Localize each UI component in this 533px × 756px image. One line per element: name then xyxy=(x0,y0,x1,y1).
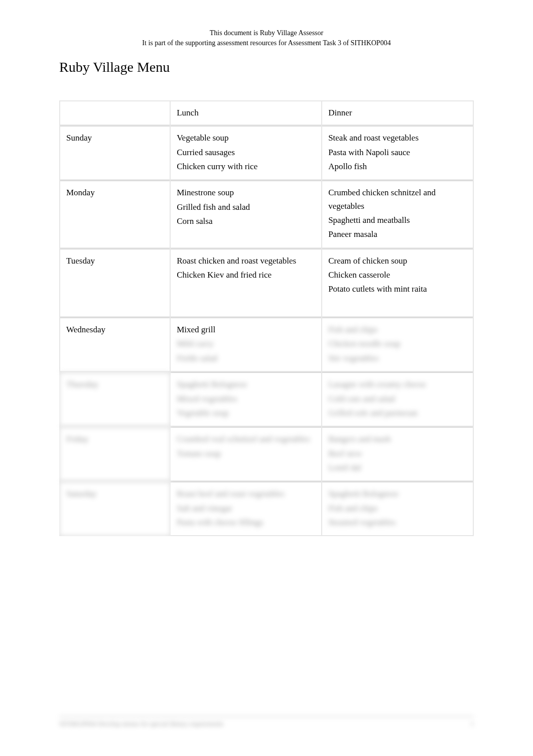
meal-item: Cream of chicken soup xyxy=(328,255,467,268)
lunch-cell: Crumbed veal schnitzel and vegetablesTom… xyxy=(171,427,321,480)
meal-item: Chicken casserole xyxy=(328,269,467,282)
meal-item: Mild curry xyxy=(177,337,315,350)
meal-item: Chicken Kiev and fried rice xyxy=(177,269,315,282)
day-cell: Sunday xyxy=(60,125,170,179)
meal-item: Crumbed veal schnitzel and vegetables xyxy=(177,433,315,446)
table-row: MondayMinestrone soupGrilled fish and sa… xyxy=(60,180,473,247)
meal-item: Lentil dal xyxy=(328,461,467,474)
lunch-cell: Roast beef and roast vegetablesSalt and … xyxy=(171,481,321,535)
day-cell: Saturday xyxy=(60,481,170,535)
meal-item: Mixed grill xyxy=(177,323,315,336)
meal-item: Grilled fish and salad xyxy=(177,201,315,214)
dinner-cell: Lasagne with creamy cheeseCold cuts and … xyxy=(322,372,473,426)
meal-item: Pasta with Napoli sauce xyxy=(328,146,467,159)
document-header: This document is Ruby Village Assessor I… xyxy=(0,28,533,48)
meal-item: Beef stew xyxy=(328,447,467,460)
dinner-cell: Bangers and mashBeef stewLentil dal xyxy=(322,427,473,480)
table-row: SaturdayRoast beef and roast vegetablesS… xyxy=(60,481,473,535)
meal-item: Pasta with cheese fillings xyxy=(177,516,315,529)
meal-item: Paneer masala xyxy=(328,228,467,241)
meal-item: Apollo fish xyxy=(328,160,467,173)
meal-item: Vegetable soup xyxy=(177,132,315,145)
meal-item xyxy=(328,297,467,310)
meal-item: Stir vegetables xyxy=(328,352,467,365)
day-cell: Friday xyxy=(60,427,170,480)
lunch-cell: Roast chicken and roast vegetablesChicke… xyxy=(171,248,321,316)
dinner-cell: Spaghetti BologneseFish and chipsSteamed… xyxy=(322,481,473,535)
meal-item: Spaghetti Bolognese xyxy=(177,378,315,391)
table-row: TuesdayRoast chicken and roast vegetable… xyxy=(60,248,473,316)
menu-table: Lunch Dinner SundayVegetable soupCurried… xyxy=(59,100,474,536)
footer: SITHKOP004 Develop menus for special die… xyxy=(59,716,474,728)
lunch-cell: Mixed grillMild curryFields salad xyxy=(171,317,321,371)
header-dinner: Dinner xyxy=(322,101,473,124)
meal-item: Cold cuts and salad xyxy=(328,393,467,406)
footer-right: 1 xyxy=(471,720,474,728)
day-cell: Thursday xyxy=(60,372,170,426)
dinner-cell: Cream of chicken soupChicken casserolePo… xyxy=(322,248,473,316)
meal-item: Curried sausages xyxy=(177,146,315,159)
meal-item: Fish and chips xyxy=(328,502,467,515)
header-line-1: This document is Ruby Village Assessor xyxy=(0,28,533,38)
meal-item: Fish and chips xyxy=(328,323,467,336)
day-cell: Tuesday xyxy=(60,248,170,316)
meal-item: Spaghetti and meatballs xyxy=(328,214,467,227)
lunch-cell: Vegetable soupCurried sausagesChicken cu… xyxy=(171,125,321,179)
dinner-cell: Fish and chipsChicken noodle soupStir ve… xyxy=(322,317,473,371)
page-title: Ruby Village Menu xyxy=(59,59,170,75)
meal-item: Vegetable soup xyxy=(177,407,315,420)
lunch-cell: Spaghetti BologneseMixed vegetablesVeget… xyxy=(171,372,321,426)
dinner-cell: Crumbed chicken schnitzel and vegetables… xyxy=(322,180,473,247)
lunch-cell: Minestrone soupGrilled fish and saladCor… xyxy=(171,180,321,247)
meal-item: Roast chicken and roast vegetables xyxy=(177,255,315,268)
meal-item: Chicken curry with rice xyxy=(177,160,315,173)
meal-item: Minestrone soup xyxy=(177,186,315,199)
header-empty xyxy=(60,101,170,124)
meal-item xyxy=(177,283,315,296)
table-row: WednesdayMixed grillMild curryFields sal… xyxy=(60,317,473,371)
footer-left: SITHKOP004 Develop menus for special die… xyxy=(59,720,223,728)
day-cell: Wednesday xyxy=(60,317,170,371)
meal-item: Grilled sole and parmesan xyxy=(328,407,467,420)
meal-item: Bangers and mash xyxy=(328,433,467,446)
meal-item: Steak and roast vegetables xyxy=(328,132,467,145)
meal-item: Salt and vinegar xyxy=(177,502,315,515)
meal-item: Spaghetti Bolognese xyxy=(328,487,467,500)
dinner-cell: Steak and roast vegetablesPasta with Nap… xyxy=(322,125,473,179)
meal-item: Chicken noodle soup xyxy=(328,337,467,350)
header-lunch: Lunch xyxy=(171,101,321,124)
day-cell: Monday xyxy=(60,180,170,247)
meal-item: Corn salsa xyxy=(177,215,315,228)
meal-item: Potato cutlets with mint raita xyxy=(328,283,467,296)
meal-item: Steamed vegetables xyxy=(328,516,467,529)
meal-item: Crumbed chicken schnitzel and vegetables xyxy=(328,186,467,213)
meal-item: Mixed vegetables xyxy=(177,393,315,406)
table-row: SundayVegetable soupCurried sausagesChic… xyxy=(60,125,473,179)
header-line-2: It is part of the supporting assessment … xyxy=(0,38,533,48)
table-header-row: Lunch Dinner xyxy=(60,101,473,124)
meal-item: Fields salad xyxy=(177,352,315,365)
table-row: ThursdaySpaghetti BologneseMixed vegetab… xyxy=(60,372,473,426)
table-row: FridayCrumbed veal schnitzel and vegetab… xyxy=(60,427,473,480)
meal-item: Lasagne with creamy cheese xyxy=(328,378,467,391)
meal-item: Tomato soup xyxy=(177,447,315,460)
meal-item: Roast beef and roast vegetables xyxy=(177,487,315,500)
